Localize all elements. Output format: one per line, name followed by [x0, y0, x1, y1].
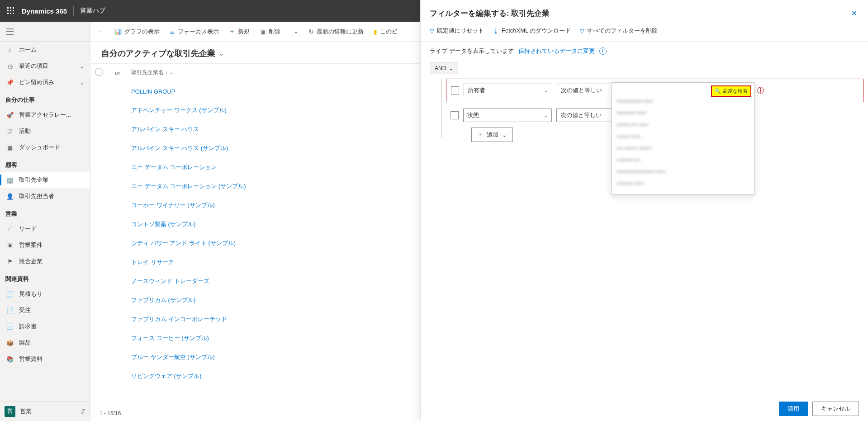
row-hierarchy — [110, 158, 127, 177]
select-circle-icon — [95, 68, 103, 76]
row-select[interactable] — [90, 101, 110, 120]
nav-dashboards[interactable]: ▦ダッシュボード — [0, 139, 90, 156]
row-checkbox[interactable] — [451, 86, 459, 95]
sitemap: ⌂ホーム ◷最近の項目⌄ 📌ピン留め済み⌄ 自分の仕事 🚀営業アクセラレー...… — [0, 22, 90, 421]
reset-defaults-button[interactable]: ▽既定値にリセット — [430, 27, 484, 35]
row-select[interactable] — [90, 139, 110, 158]
field-dropdown[interactable]: 所有者⌄ — [464, 84, 552, 97]
lookup-item[interactable]: ━━━━━ ━━ — [617, 154, 749, 166]
nav-group-mywork: 自分の仕事 — [0, 90, 90, 107]
nav-label: 取引先企業 — [19, 176, 85, 184]
nav-label: ホーム — [19, 46, 85, 54]
nav-activities[interactable]: ☑活動 — [0, 123, 90, 139]
advanced-search-button[interactable]: 🔍 高度な検索 — [711, 85, 751, 97]
nav-invoices[interactable]: 🧾請求書 — [0, 318, 90, 335]
cancel-button[interactable]: キャンセル — [812, 402, 859, 416]
cmd-label: フォーカス表示 — [178, 28, 219, 36]
row-select[interactable] — [90, 120, 110, 139]
lookup-item[interactable]: ━━━━━━ ━━━ — [617, 107, 749, 119]
row-hierarchy — [110, 291, 127, 310]
row-select[interactable] — [90, 253, 110, 272]
row-select[interactable] — [90, 234, 110, 253]
delete-all-filters-button[interactable]: ▽すべてのフィルターを削除 — [580, 27, 658, 35]
lookup-item[interactable]: ━━━━ ━━━ — [617, 131, 749, 142]
new-button[interactable]: ＋新規 — [224, 24, 254, 39]
lookup-item[interactable]: ━━━━━━━━ ━━━ — [617, 95, 749, 107]
focused-view-button[interactable]: ≣フォーカス表示 — [165, 24, 223, 39]
app-name-label: 営業ハブ — [80, 7, 105, 15]
nav-label: 見積もり — [19, 290, 85, 298]
quote-icon: 🧾 — [5, 291, 14, 298]
group-operator-dropdown[interactable]: AND ⌄ — [430, 62, 458, 74]
btn-label: キャンセル — [821, 405, 850, 413]
nav-recent[interactable]: ◷最近の項目⌄ — [0, 58, 90, 74]
row-select[interactable] — [90, 348, 110, 367]
field-dropdown[interactable]: 状態⌄ — [463, 109, 552, 122]
delete-dropdown[interactable]: ⌄ — [289, 24, 303, 39]
close-button[interactable]: ✕ — [849, 7, 859, 19]
switch-to-saved-link[interactable]: 保持されているデータに変更 — [518, 47, 595, 55]
row-select[interactable] — [90, 82, 110, 101]
row-select[interactable] — [90, 158, 110, 177]
col-label: 取引先企業名 — [131, 69, 164, 76]
row-select[interactable] — [90, 272, 110, 291]
nav-saleslit[interactable]: 📚営業資料 — [0, 351, 90, 367]
delete-button[interactable]: 🗑削除 — [255, 24, 285, 39]
apply-button[interactable]: 適用 — [779, 402, 808, 416]
nav-sales-accelerator[interactable]: 🚀営業アクセラレー... — [0, 107, 90, 123]
app-launcher-icon[interactable] — [4, 4, 18, 18]
nav-orders[interactable]: 📄受注 — [0, 302, 90, 318]
row-hierarchy — [110, 101, 127, 120]
visualize-button[interactable]: ▮このビ — [369, 24, 402, 39]
sort-asc-icon: ↑ — [166, 70, 168, 75]
row-select[interactable] — [90, 215, 110, 234]
lookup-item[interactable]: ━━━━ ━━ ━━━ — [617, 119, 749, 131]
row-select[interactable] — [90, 367, 110, 386]
view-selector-chevron-icon[interactable]: ⌄ — [219, 50, 224, 57]
select-all-header[interactable] — [90, 64, 110, 82]
invoice-icon: 🧾 — [5, 323, 14, 330]
row-select[interactable] — [90, 310, 110, 329]
row-select[interactable] — [90, 196, 110, 215]
row-select[interactable] — [90, 177, 110, 196]
back-button[interactable]: ← — [94, 24, 109, 39]
chevron-down-icon: ⌄ — [502, 132, 507, 138]
show-chart-button[interactable]: 📊グラフの表示 — [109, 24, 164, 39]
cmd-label: 削除 — [269, 28, 280, 36]
row-hierarchy — [110, 272, 127, 291]
lookup-item[interactable]: ━━ ━━━━ ━━━━ — [617, 142, 749, 154]
nav-contacts[interactable]: 👤取引先担当者 — [0, 188, 90, 204]
nav-quotes[interactable]: 🧾見積もり — [0, 286, 90, 302]
area-switcher[interactable]: 営 営業 ⇵ — [0, 401, 90, 421]
nav-products[interactable]: 📦製品 — [0, 335, 90, 351]
adv-label: 高度な検索 — [723, 88, 748, 95]
plus-icon: ＋ — [229, 28, 235, 36]
row-select[interactable] — [90, 329, 110, 348]
nav-label: 受注 — [19, 306, 85, 314]
cmd-label: 最新の情報に更新 — [317, 28, 364, 36]
nav-home[interactable]: ⌂ホーム — [0, 42, 90, 58]
row-checkbox[interactable] — [451, 111, 459, 119]
close-icon: ✕ — [851, 9, 857, 17]
row-hierarchy — [110, 215, 127, 234]
lookup-results-list: ━━━━━━━━ ━━━ ━━━━━━ ━━━ ━━━━ ━━ ━━━ ━━━━… — [612, 83, 754, 194]
nav-collapse-button[interactable] — [0, 22, 90, 42]
add-condition-button[interactable]: ＋ 追加 ⌄ — [471, 128, 513, 142]
nav-accounts[interactable]: 🏢取引先企業 — [0, 172, 90, 188]
row-select[interactable] — [90, 291, 110, 310]
header-divider — [73, 6, 74, 16]
nav-opportunities[interactable]: ▣営業案件 — [0, 237, 90, 253]
panel-toolbar: ▽既定値にリセット ⭳FetchXML のダウンロード ▽すべてのフィルターを削… — [421, 25, 868, 42]
nav-leads[interactable]: ☄リード — [0, 221, 90, 237]
download-fetchxml-button[interactable]: ⭳FetchXML のダウンロード — [493, 27, 571, 35]
row-hierarchy — [110, 120, 127, 139]
lookup-item[interactable]: ━━━━━ ━━━ — [617, 178, 749, 189]
nav-competitors[interactable]: ⚑競合企業 — [0, 253, 90, 270]
row-hierarchy — [110, 367, 127, 386]
lookup-item[interactable]: ━━━━━━━━━━━━ ━━━ — [617, 166, 749, 178]
brand-label: Dynamics 365 — [22, 7, 67, 15]
nav-pinned[interactable]: 📌ピン留め済み⌄ — [0, 74, 90, 90]
info-icon[interactable]: i — [599, 47, 607, 55]
refresh-button[interactable]: ↻最新の情報に更新 — [304, 24, 368, 39]
svg-rect-2 — [13, 7, 14, 9]
